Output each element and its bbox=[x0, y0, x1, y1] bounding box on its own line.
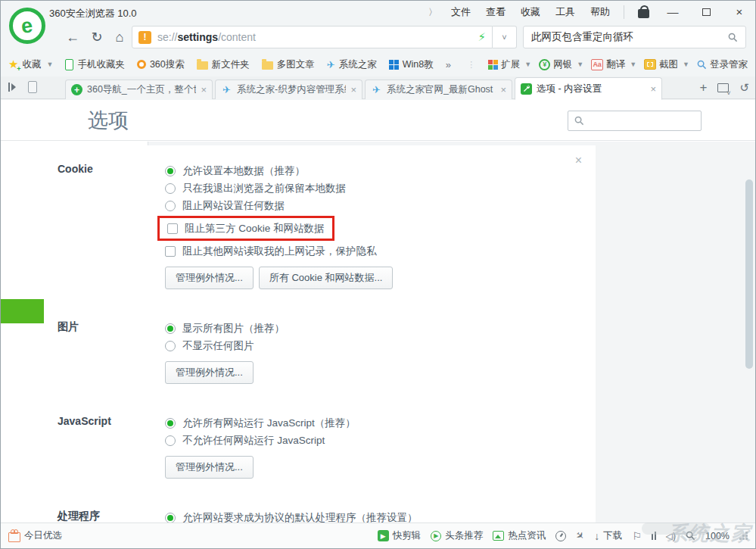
scrollbar-thumb[interactable] bbox=[745, 179, 753, 369]
page-title: 选项 bbox=[88, 107, 129, 134]
tab-options-content[interactable]: 选项 - 内容设置× bbox=[515, 77, 662, 100]
settings-search-input[interactable] bbox=[568, 111, 702, 131]
sound-icon[interactable]: ◁) bbox=[666, 531, 676, 541]
refresh-icon[interactable]: ↻ bbox=[87, 27, 107, 47]
search-box-text: 此网页包含重定向循环 bbox=[531, 30, 728, 44]
play-circle-icon: ▶ bbox=[431, 531, 441, 541]
speed-test-icon[interactable] bbox=[555, 531, 566, 541]
zoom-level[interactable]: 100% bbox=[705, 531, 730, 541]
boost-rocket-icon[interactable]: ✈ bbox=[574, 529, 587, 542]
section-label: Cookie bbox=[58, 162, 165, 289]
resize-grip[interactable] bbox=[739, 532, 748, 540]
tool-translate[interactable]: Aa翻译▼ bbox=[591, 58, 636, 71]
option-cookie-4[interactable]: 阻止其他网站读取我的上网记录，保护隐私 bbox=[165, 242, 596, 260]
favorites-button[interactable]: ★ 收藏 ▼ bbox=[8, 58, 53, 71]
radio-checked-icon[interactable] bbox=[165, 418, 176, 429]
radio-checked-icon[interactable] bbox=[165, 323, 176, 334]
side-panel-icon[interactable] bbox=[652, 532, 656, 540]
option-images-1[interactable]: 不显示任何图片 bbox=[165, 337, 596, 354]
flag-icon[interactable]: ⚐ bbox=[632, 530, 642, 542]
browser-logo-icon[interactable]: e bbox=[9, 8, 45, 44]
site-warning-icon[interactable]: ! bbox=[138, 31, 151, 44]
quick-edit-button[interactable]: ▶快剪辑 bbox=[378, 529, 422, 542]
menu-expander-icon[interactable]: 〉 bbox=[428, 6, 437, 19]
sidebar-expand-icon[interactable] bbox=[8, 83, 16, 92]
bookmark-new-folder[interactable]: 新文件夹 bbox=[197, 58, 250, 71]
option-cookie-3[interactable]: 阻止第三方 Cookie 和网站数据 bbox=[167, 220, 325, 237]
tab-list-icon[interactable] bbox=[717, 83, 729, 92]
option-images-0[interactable]: 显示所有图片（推荐） bbox=[165, 320, 596, 337]
tab-xitongzhijia-cms[interactable]: ✈系统之家-织梦内容管理系统× bbox=[215, 80, 362, 99]
tool-online-banking[interactable]: ¥网银▼ bbox=[539, 58, 583, 71]
download-button[interactable]: ↓下载 bbox=[594, 529, 622, 542]
content-settings-overlay: × Cookie允许设置本地数据（推荐）只在我退出浏览器之前保留本地数据阻止网站… bbox=[44, 145, 596, 522]
bookmark-win8-tutorial[interactable]: Win8教 bbox=[389, 58, 434, 71]
button-cookie-0[interactable]: 管理例外情况... bbox=[165, 267, 254, 289]
menu-item-view[interactable]: 查看 bbox=[486, 5, 506, 19]
hot-news-button[interactable]: 热点资讯 bbox=[493, 529, 546, 542]
button-cookie-1[interactable]: 所有 Cookie 和网站数据... bbox=[259, 267, 394, 289]
option-cookie-1[interactable]: 只在我退出浏览器之前保留本地数据 bbox=[165, 179, 596, 197]
radio-icon[interactable] bbox=[165, 435, 176, 446]
back-icon[interactable]: ← bbox=[63, 27, 82, 47]
tab-close-icon[interactable]: × bbox=[350, 85, 356, 95]
tab-close-icon[interactable]: × bbox=[201, 85, 207, 95]
menu-item-help[interactable]: 帮助 bbox=[590, 5, 610, 19]
bookmark-xitongzhijia[interactable]: ✈系统之家 bbox=[327, 58, 377, 71]
headline-recommend-button[interactable]: ▶头条推荐 bbox=[431, 529, 483, 542]
button-javascript-0[interactable]: 管理例外情况... bbox=[165, 456, 254, 479]
address-bar[interactable]: ! se://settings/content ⚡ bbox=[132, 26, 493, 48]
scrollbar-track[interactable] bbox=[745, 149, 754, 522]
button-images-0[interactable]: 管理例外情况... bbox=[165, 361, 254, 384]
app-store-icon[interactable] bbox=[638, 9, 649, 18]
option-label: 不显示任何图片 bbox=[182, 339, 254, 353]
search-box[interactable]: 此网页包含重定向循环 bbox=[523, 26, 746, 48]
maximize-button[interactable] bbox=[696, 2, 716, 22]
checkbox-icon[interactable] bbox=[167, 223, 178, 234]
page-zoom-icon[interactable] bbox=[686, 531, 695, 541]
option-cookie-0[interactable]: 允许设置本地数据（推荐） bbox=[165, 162, 596, 179]
today-picks-button[interactable]: 今日优选 bbox=[8, 529, 62, 542]
menu-item-file[interactable]: 文件 bbox=[451, 5, 471, 19]
radio-checked-icon[interactable] bbox=[165, 513, 176, 523]
tab-close-icon[interactable]: × bbox=[650, 84, 656, 94]
close-button[interactable]: × bbox=[730, 2, 749, 22]
bookmark-360-search[interactable]: 360搜索 bbox=[137, 58, 185, 71]
option-label: 显示所有图片（推荐） bbox=[182, 322, 285, 335]
search-icon bbox=[574, 116, 584, 126]
address-dropdown-button[interactable]: ˅ bbox=[493, 26, 517, 48]
reopen-closed-tab-icon[interactable]: ↺ bbox=[739, 81, 749, 95]
radio-icon[interactable] bbox=[165, 183, 176, 194]
option-label: 只在我退出浏览器之前保留本地数据 bbox=[182, 182, 346, 195]
tab-xitongzhijia-ghost[interactable]: ✈系统之家官网_最新Ghost X× bbox=[365, 80, 512, 99]
bookmark-multi-pic-articles[interactable]: 多图文章 bbox=[262, 58, 315, 71]
menu-item-tools[interactable]: 工具 bbox=[555, 5, 575, 19]
option-javascript-1[interactable]: 不允许任何网站运行 JavaScript bbox=[165, 432, 596, 449]
option-cookie-2[interactable]: 阻止网站设置任何数据 bbox=[165, 197, 596, 214]
bookmark-mobile-favorites[interactable]: 手机收藏夹 bbox=[65, 58, 125, 71]
chevron-down-icon: ▼ bbox=[683, 61, 689, 68]
lightning-icon[interactable]: ⚡ bbox=[478, 30, 486, 44]
settings-body: 基本设置界面设置标签设置优化加速鼠标手势快捷键高级设置实验室安全设置广告过滤 网… bbox=[1, 142, 755, 522]
tab-close-icon[interactable]: × bbox=[500, 85, 506, 95]
search-icon[interactable] bbox=[728, 33, 738, 42]
radio-icon[interactable] bbox=[165, 341, 176, 351]
bookmark-label: Win8教 bbox=[403, 58, 434, 71]
radio-checked-icon[interactable] bbox=[165, 166, 176, 176]
tab-360-nav[interactable]: +360导航_一个主页，整个世× bbox=[65, 80, 213, 99]
overlay-close-icon[interactable]: × bbox=[575, 154, 582, 167]
menu-item-favorites[interactable]: 收藏 bbox=[521, 5, 540, 19]
checkbox-icon[interactable] bbox=[165, 246, 176, 257]
option-javascript-0[interactable]: 允许所有网站运行 JavaScript（推荐） bbox=[165, 414, 596, 432]
minimize-button[interactable]: — bbox=[663, 2, 683, 22]
home-icon[interactable]: ⌂ bbox=[110, 27, 129, 47]
tool-screenshot[interactable]: 截图▼ bbox=[644, 58, 689, 71]
tool-login-manager[interactable]: 登录管家 bbox=[697, 58, 748, 71]
mobile-view-icon[interactable] bbox=[28, 81, 37, 93]
tab-label: 360导航_一个主页，整个世 bbox=[87, 83, 196, 96]
radio-icon[interactable] bbox=[165, 201, 176, 211]
bookmarks-overflow-icon[interactable]: » bbox=[446, 59, 451, 70]
option-label: 阻止网站设置任何数据 bbox=[182, 199, 285, 213]
new-tab-button[interactable]: + bbox=[699, 80, 707, 96]
tool-extensions[interactable]: 扩展▼ bbox=[488, 58, 531, 71]
